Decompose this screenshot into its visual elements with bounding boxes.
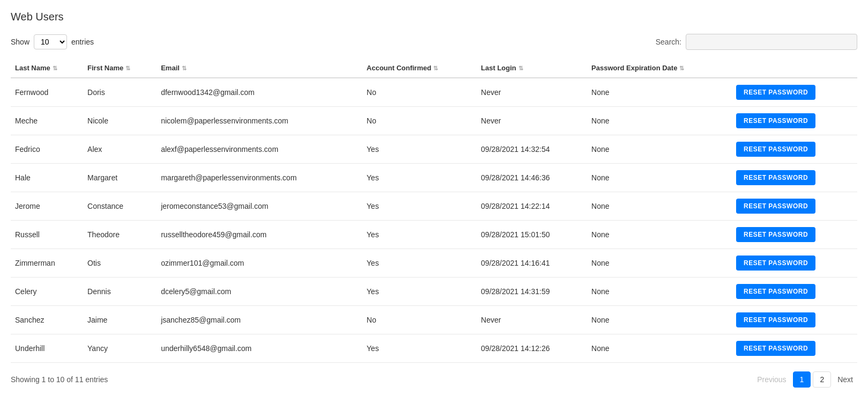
col-header-first_name[interactable]: First Name⇅ — [83, 59, 157, 78]
cell-action: RESET PASSWORD — [732, 249, 857, 278]
table-row: SanchezJaimejsanchez85@gmail.comNoNeverN… — [11, 306, 857, 334]
sort-icon-email: ⇅ — [182, 65, 187, 72]
cell-last_login: Never — [477, 306, 587, 334]
cell-first_name: Theodore — [83, 221, 157, 249]
controls-bottom: Showing 1 to 10 of 11 entries Previous12… — [11, 371, 857, 388]
cell-last_name: Fernwood — [11, 78, 83, 107]
cell-last_name: Underhill — [11, 334, 83, 363]
cell-email: underhilly6548@gmail.com — [157, 334, 362, 363]
cell-action: RESET PASSWORD — [732, 164, 857, 192]
cell-account_confirmed: Yes — [362, 278, 477, 306]
reset-password-button[interactable]: RESET PASSWORD — [736, 142, 815, 157]
reset-password-button[interactable]: RESET PASSWORD — [736, 227, 815, 242]
cell-last_login: 09/28/2021 14:46:36 — [477, 164, 587, 192]
cell-password_expiration: None — [587, 192, 732, 221]
cell-last_name: Jerome — [11, 192, 83, 221]
cell-email: jeromeconstance53@gmail.com — [157, 192, 362, 221]
search-box: Search: — [656, 34, 857, 50]
cell-email: jsanchez85@gmail.com — [157, 306, 362, 334]
entries-label: entries — [71, 38, 94, 46]
reset-password-button[interactable]: RESET PASSWORD — [736, 341, 815, 356]
table-row: UnderhillYancyunderhilly6548@gmail.comYe… — [11, 334, 857, 363]
col-header-account_confirmed[interactable]: Account Confirmed⇅ — [362, 59, 477, 78]
cell-account_confirmed: No — [362, 78, 477, 107]
page-title: Web Users — [11, 11, 857, 23]
cell-last_name: Sanchez — [11, 306, 83, 334]
reset-password-button[interactable]: RESET PASSWORD — [736, 284, 815, 299]
next-button[interactable]: Next — [833, 372, 857, 387]
col-header-password_expiration_date[interactable]: Password Expiration Date⇅ — [587, 59, 732, 78]
cell-account_confirmed: No — [362, 107, 477, 135]
controls-top: Show 102550100 entries Search: — [11, 34, 857, 50]
users-table: Last Name⇅First Name⇅Email⇅Account Confi… — [11, 59, 857, 363]
cell-first_name: Yancy — [83, 334, 157, 363]
cell-last_login: Never — [477, 107, 587, 135]
entries-per-page-select[interactable]: 102550100 — [34, 34, 67, 49]
cell-account_confirmed: Yes — [362, 192, 477, 221]
sort-icon-password_expiration_date: ⇅ — [679, 65, 684, 72]
page-button-2[interactable]: 2 — [813, 371, 831, 388]
sort-icon-first_name: ⇅ — [125, 65, 130, 72]
page-button-1[interactable]: 1 — [793, 371, 811, 388]
cell-email: margareth@paperlessenvironments.com — [157, 164, 362, 192]
table-row: FernwoodDorisdfernwood1342@gmail.comNoNe… — [11, 78, 857, 107]
cell-email: nicolem@paperlessenvironments.com — [157, 107, 362, 135]
cell-account_confirmed: Yes — [362, 164, 477, 192]
cell-last_name: Zimmerman — [11, 249, 83, 278]
cell-action: RESET PASSWORD — [732, 192, 857, 221]
cell-last_login: 09/28/2021 15:01:50 — [477, 221, 587, 249]
cell-last_login: 09/28/2021 14:22:14 — [477, 192, 587, 221]
cell-action: RESET PASSWORD — [732, 135, 857, 164]
showing-text: Showing 1 to 10 of 11 entries — [11, 375, 108, 384]
reset-password-button[interactable]: RESET PASSWORD — [736, 85, 815, 100]
table-row: HaleMargaretmargareth@paperlessenvironme… — [11, 164, 857, 192]
reset-password-button[interactable]: RESET PASSWORD — [736, 256, 815, 271]
previous-button[interactable]: Previous — [753, 372, 790, 387]
cell-email: dcelery5@gmail.com — [157, 278, 362, 306]
cell-last_name: Meche — [11, 107, 83, 135]
col-header-email[interactable]: Email⇅ — [157, 59, 362, 78]
table-row: MecheNicolenicolem@paperlessenvironments… — [11, 107, 857, 135]
pagination: Previous12Next — [753, 371, 857, 388]
cell-account_confirmed: Yes — [362, 249, 477, 278]
cell-last_login: 09/28/2021 14:16:41 — [477, 249, 587, 278]
show-label: Show — [11, 38, 29, 46]
cell-first_name: Margaret — [83, 164, 157, 192]
col-header-last_name[interactable]: Last Name⇅ — [11, 59, 83, 78]
col-header-last_login[interactable]: Last Login⇅ — [477, 59, 587, 78]
cell-password_expiration: None — [587, 249, 732, 278]
cell-first_name: Nicole — [83, 107, 157, 135]
cell-last_name: Russell — [11, 221, 83, 249]
cell-password_expiration: None — [587, 278, 732, 306]
search-label: Search: — [656, 38, 681, 46]
cell-first_name: Alex — [83, 135, 157, 164]
cell-first_name: Constance — [83, 192, 157, 221]
cell-email: ozimmer101@gmail.com — [157, 249, 362, 278]
cell-account_confirmed: Yes — [362, 221, 477, 249]
table-row: JeromeConstancejeromeconstance53@gmail.c… — [11, 192, 857, 221]
table-body: FernwoodDorisdfernwood1342@gmail.comNoNe… — [11, 78, 857, 363]
cell-email: dfernwood1342@gmail.com — [157, 78, 362, 107]
cell-password_expiration: None — [587, 306, 732, 334]
table-row: RussellTheodorerusselltheodore459@gmail.… — [11, 221, 857, 249]
cell-password_expiration: None — [587, 164, 732, 192]
reset-password-button[interactable]: RESET PASSWORD — [736, 199, 815, 214]
cell-action: RESET PASSWORD — [732, 306, 857, 334]
cell-last_name: Celery — [11, 278, 83, 306]
cell-first_name: Jaime — [83, 306, 157, 334]
cell-email: alexf@paperlessenvironments.com — [157, 135, 362, 164]
reset-password-button[interactable]: RESET PASSWORD — [736, 113, 815, 128]
search-input[interactable] — [686, 34, 857, 50]
cell-password_expiration: None — [587, 107, 732, 135]
reset-password-button[interactable]: RESET PASSWORD — [736, 312, 815, 327]
col-header-actions[interactable] — [732, 59, 857, 78]
cell-last_login: Never — [477, 78, 587, 107]
header-row: Last Name⇅First Name⇅Email⇅Account Confi… — [11, 59, 857, 78]
cell-last_login: 09/28/2021 14:31:59 — [477, 278, 587, 306]
cell-password_expiration: None — [587, 221, 732, 249]
reset-password-button[interactable]: RESET PASSWORD — [736, 170, 815, 185]
cell-last_name: Fedrico — [11, 135, 83, 164]
sort-icon-account_confirmed: ⇅ — [433, 65, 438, 72]
cell-action: RESET PASSWORD — [732, 78, 857, 107]
cell-account_confirmed: Yes — [362, 135, 477, 164]
